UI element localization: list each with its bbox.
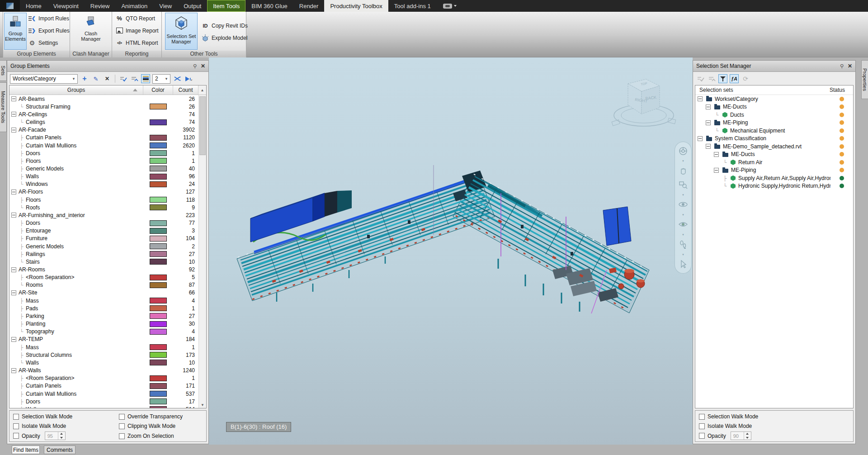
- tree-expander[interactable]: [706, 144, 711, 149]
- tree-expander[interactable]: [11, 190, 16, 194]
- checkbox[interactable]: [699, 414, 705, 420]
- tree-expander[interactable]: [19, 166, 25, 171]
- table-row[interactable]: Stairs 10: [9, 258, 198, 265]
- tree-expander[interactable]: [714, 152, 719, 157]
- ribbon-tab[interactable]: Animation: [115, 0, 153, 12]
- isolate-walk-mode-option[interactable]: Isolate Walk Mode: [13, 423, 66, 429]
- tree-expander[interactable]: [706, 104, 711, 109]
- tree-row[interactable]: ME-Piping: [695, 166, 853, 175]
- table-row[interactable]: AR-Ceilings 74: [9, 110, 198, 118]
- table-row[interactable]: Doors 17: [9, 398, 198, 405]
- opacity-stepper[interactable]: 95: [45, 431, 66, 440]
- select-cursor-icon[interactable]: [678, 259, 688, 269]
- tree-expander[interactable]: [698, 136, 703, 141]
- table-row[interactable]: Structural Framing 26: [9, 103, 198, 110]
- tree-expander[interactable]: [19, 375, 25, 381]
- selection-walk-mode-option[interactable]: Selection Walk Mode: [699, 413, 758, 420]
- copy-revit-ids-button[interactable]: ID Copy Revit IDs: [202, 19, 248, 32]
- tree-expander[interactable]: [706, 120, 711, 125]
- tab-find-items[interactable]: Find Items: [12, 446, 40, 454]
- tree-expander[interactable]: [19, 151, 25, 156]
- tree-expander[interactable]: [19, 298, 25, 303]
- zoom-on-selection-option[interactable]: Zoom On Selection: [119, 433, 174, 439]
- color-swatch[interactable]: [150, 236, 167, 242]
- tree-expander[interactable]: [19, 205, 25, 210]
- tree-expander[interactable]: [11, 368, 16, 373]
- color-swatch[interactable]: [150, 305, 167, 311]
- tree-expander[interactable]: [19, 228, 25, 233]
- tree-expander[interactable]: [19, 383, 25, 389]
- tree-expander[interactable]: [19, 181, 25, 187]
- checkbox[interactable]: [119, 423, 125, 429]
- chevron-down-icon[interactable]: ▾: [682, 233, 684, 236]
- opacity-option[interactable]: Opacity 95: [13, 431, 66, 440]
- table-row[interactable]: Doors 77: [9, 219, 198, 227]
- table-row[interactable]: Planting 30: [9, 320, 198, 328]
- app-logo[interactable]: [0, 0, 20, 12]
- orbit-icon[interactable]: [678, 199, 688, 209]
- color-swatch[interactable]: [150, 298, 167, 303]
- tree-expander[interactable]: [19, 244, 25, 249]
- level-select[interactable]: 2 ▾: [152, 74, 170, 84]
- tree-expander[interactable]: [19, 306, 25, 311]
- table-row[interactable]: Curtain Panels 171: [9, 382, 198, 390]
- table-row[interactable]: Railings 27: [9, 250, 198, 258]
- close-icon[interactable]: ✕: [201, 63, 205, 69]
- table-row[interactable]: Walls 10: [9, 359, 198, 366]
- color-swatch[interactable]: [150, 135, 167, 141]
- table-row[interactable]: AR-Facade 3902: [9, 126, 198, 134]
- checkbox[interactable]: [119, 414, 125, 420]
- steering-wheel-icon[interactable]: [678, 146, 688, 156]
- tree-expander[interactable]: [19, 329, 25, 334]
- table-row[interactable]: Generic Models 40: [9, 165, 198, 172]
- add-group-button[interactable]: +: [80, 74, 89, 83]
- table-row[interactable]: Parking 27: [9, 312, 198, 320]
- color-swatch[interactable]: [150, 181, 167, 187]
- tree-expander[interactable]: [19, 143, 25, 148]
- color-swatch[interactable]: [150, 406, 167, 408]
- table-row[interactable]: <Room Separation> 1: [9, 374, 198, 382]
- color-swatch[interactable]: [150, 391, 167, 397]
- scrollbar-thumb[interactable]: [199, 96, 206, 155]
- ribbon-tab[interactable]: Item Tools: [207, 0, 245, 12]
- tree-expander[interactable]: [19, 321, 25, 327]
- stepper-down[interactable]: [58, 436, 65, 440]
- apply-all-icon-disabled[interactable]: [707, 74, 716, 83]
- settings-button[interactable]: ⚙ Settings: [28, 37, 70, 49]
- tree-expander[interactable]: [11, 213, 16, 218]
- color-swatch[interactable]: [150, 204, 167, 210]
- chevron-down-icon[interactable]: ▾: [682, 160, 684, 162]
- table-row[interactable]: AR-Walls 1240: [9, 366, 198, 374]
- column-status[interactable]: Status: [830, 87, 853, 93]
- color-swatch[interactable]: [150, 119, 167, 125]
- tree-expander[interactable]: [19, 104, 25, 109]
- selection-set-manager-button[interactable]: Selection Set Manager: [165, 13, 198, 50]
- column-count[interactable]: Count: [173, 85, 198, 95]
- chevron-down-icon[interactable]: ▾: [682, 194, 684, 196]
- tree-expander[interactable]: [19, 158, 25, 164]
- color-swatch[interactable]: [150, 150, 167, 156]
- table-row[interactable]: Pads 1: [9, 304, 198, 312]
- tree-expander[interactable]: [19, 360, 25, 365]
- column-groups[interactable]: Groups: [9, 85, 143, 95]
- run-walk-icon[interactable]: [184, 74, 193, 83]
- color-swatch[interactable]: [150, 228, 167, 234]
- edit-group-button[interactable]: ✎: [91, 74, 100, 83]
- randomize-colors-icon[interactable]: [173, 74, 182, 83]
- walk-icon[interactable]: [678, 239, 688, 249]
- color-swatch[interactable]: [150, 142, 167, 148]
- apply-all-icon[interactable]: [130, 74, 139, 83]
- tree-row[interactable]: Workset/Category: [695, 95, 853, 103]
- scroll-down-button[interactable]: ▼: [199, 403, 206, 407]
- table-row[interactable]: AR-TEMP 184: [9, 336, 198, 343]
- table-row[interactable]: Ceilings 74: [9, 118, 198, 126]
- look-around-icon[interactable]: [678, 219, 688, 229]
- color-swatch[interactable]: [150, 398, 167, 404]
- color-swatch[interactable]: [150, 360, 167, 365]
- isolate-walk-mode-option[interactable]: Isolate Walk Mode: [699, 423, 752, 429]
- tree-row[interactable]: ME-Demo_Sample_detached.rvt: [695, 142, 853, 151]
- color-swatch[interactable]: [150, 251, 167, 257]
- ribbon-tab[interactable]: BIM 360 Glue: [245, 0, 293, 12]
- ribbon-tab[interactable]: Review: [85, 0, 116, 12]
- color-override-button[interactable]: [141, 74, 150, 83]
